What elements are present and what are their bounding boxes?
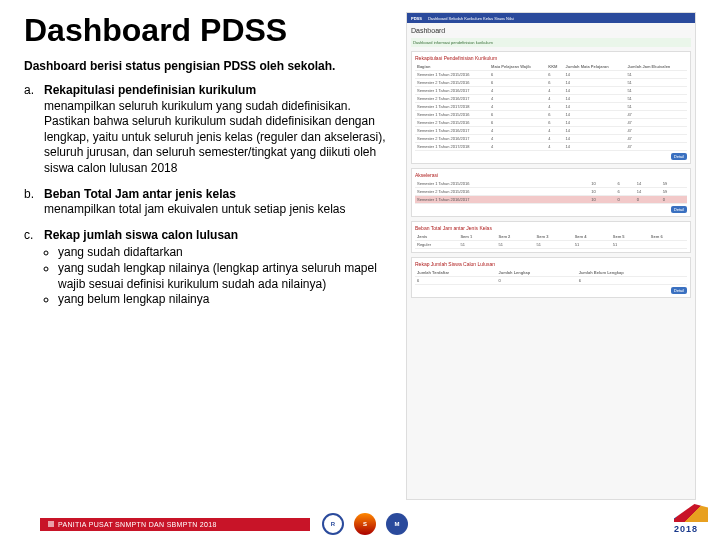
footer-logos: R S M xyxy=(322,513,408,535)
bullet-item: yang sudah lengkap nilainya (lengkap art… xyxy=(58,261,394,292)
table-cell: 0 xyxy=(635,196,661,204)
detail-button[interactable]: Detail xyxy=(671,153,687,160)
list-item: b.Beban Total Jam antar jenis kelasmenam… xyxy=(24,187,394,218)
item-letter: c. xyxy=(24,228,44,308)
table-header: Sem 2 xyxy=(497,233,535,241)
table-cell: 6 xyxy=(489,119,546,127)
table-cell: 4 xyxy=(489,127,546,135)
table-cell: 0 xyxy=(661,196,687,204)
table-header: Jumlah Terdaftar xyxy=(415,269,497,277)
item-body: Rekapitulasi pendefinisian kurikulummena… xyxy=(44,83,394,177)
table-header: Sem 4 xyxy=(573,233,611,241)
table-row: Semester 1 Tahun 2016/2017441451 xyxy=(415,87,687,95)
table-cell: 14 xyxy=(564,79,626,87)
table-cell: 4 xyxy=(546,103,563,111)
table-cell: 6 xyxy=(546,119,563,127)
table-cell: 51 xyxy=(535,241,573,249)
dashboard-card: Beban Total Jam antar Jenis KelasJenisSe… xyxy=(411,221,691,253)
table-cell: Reguler xyxy=(415,241,458,249)
table-cell: 10 xyxy=(589,180,615,188)
dashboard-card: Rekapitulasi Pendefinisian KurikulumBagi… xyxy=(411,51,691,164)
data-table: JenisSem 1Sem 2Sem 3Sem 4Sem 5Sem 6Regul… xyxy=(415,233,687,249)
detail-button[interactable]: Detail xyxy=(671,206,687,213)
table-cell: 47 xyxy=(625,143,687,151)
table-cell: Semester 1 Tahun 2016/2017 xyxy=(415,127,489,135)
table-row: Semester 1 Tahun 2015/2016661447 xyxy=(415,111,687,119)
table-cell: 47 xyxy=(625,119,687,127)
table-cell: 14 xyxy=(564,71,626,79)
data-table: BagianMata Pelajaran WajibKKMJumlah Mata… xyxy=(415,63,687,151)
table-cell: 4 xyxy=(489,95,546,103)
table-row: Semester 2 Tahun 2016/2017441451 xyxy=(415,95,687,103)
table-row: Reguler5151515151 xyxy=(415,241,687,249)
table-cell: 4 xyxy=(546,87,563,95)
dashboard-card: AkselerasiSemester 1 Tahun 2015/20161061… xyxy=(411,168,691,217)
bullet-item: yang sudah didaftarkan xyxy=(58,245,394,261)
table-cell: 47 xyxy=(625,127,687,135)
item-title: Beban Total Jam antar jenis kelas xyxy=(44,187,236,201)
table-cell: 4 xyxy=(489,103,546,111)
table-header: Sem 1 xyxy=(458,233,496,241)
item-body: Rekap jumlah siswa calon lulusanyang sud… xyxy=(44,228,394,308)
table-cell: Semester 2 Tahun 2015/2016 xyxy=(415,79,489,87)
table-header: Sem 6 xyxy=(649,233,687,241)
table-cell: 51 xyxy=(497,241,535,249)
table-cell: 6 xyxy=(489,71,546,79)
table-cell: Semester 1 Tahun 2016/2017 xyxy=(415,87,489,95)
table-cell: 6 xyxy=(489,79,546,87)
table-cell: 14 xyxy=(564,87,626,95)
table-cell: 6 xyxy=(546,71,563,79)
table-cell: 0 xyxy=(615,196,634,204)
detail-button[interactable]: Detail xyxy=(671,287,687,294)
table-cell: Semester 1 Tahun 2015/2016 xyxy=(415,180,589,188)
card-title: Beban Total Jam antar Jenis Kelas xyxy=(415,225,687,231)
data-table: Semester 1 Tahun 2015/20161061459Semeste… xyxy=(415,180,687,204)
bullet-item: yang belum lengkap nilainya xyxy=(58,292,394,308)
table-cell: Semester 1 Tahun 2017/2018 xyxy=(415,143,489,151)
item-letter: a. xyxy=(24,83,44,177)
table-cell: 14 xyxy=(564,135,626,143)
table-cell: 51 xyxy=(625,87,687,95)
table-cell: 6 xyxy=(615,188,634,196)
table-cell: Semester 2 Tahun 2015/2016 xyxy=(415,119,489,127)
app-screenshot: PDSS Dashboard Sekolah Kurikulum Kelas S… xyxy=(406,12,696,500)
table-row: 606 xyxy=(415,277,687,285)
card-title: Rekap Jumlah Siswa Calon Lulusan xyxy=(415,261,687,267)
table-cell: Semester 2 Tahun 2016/2017 xyxy=(415,95,489,103)
table-cell: 14 xyxy=(635,188,661,196)
table-cell: 10 xyxy=(589,188,615,196)
list-item: a.Rekapitulasi pendefinisian kurikulumme… xyxy=(24,83,394,177)
table-row: Semester 2 Tahun 2015/2016661451 xyxy=(415,79,687,87)
item-desc: menampilkan seluruh kurikulum yang sudah… xyxy=(44,99,394,177)
app-nav: PDSS Dashboard Sekolah Kurikulum Kelas S… xyxy=(407,13,695,23)
table-cell: 51 xyxy=(625,103,687,111)
table-cell: 51 xyxy=(625,95,687,103)
list-item: c.Rekap jumlah siswa calon lulusanyang s… xyxy=(24,228,394,308)
table-header: Sem 5 xyxy=(611,233,649,241)
logo-sbmptn: S xyxy=(354,513,376,535)
table-cell: 4 xyxy=(489,87,546,95)
table-header: Jumlah Lengkap xyxy=(497,269,577,277)
table-cell: 4 xyxy=(489,135,546,143)
table-cell: 51 xyxy=(458,241,496,249)
items-list: a.Rekapitulasi pendefinisian kurikulumme… xyxy=(24,83,394,308)
table-cell: 59 xyxy=(661,188,687,196)
logo-ristekdikti: R xyxy=(322,513,344,535)
table-cell: 59 xyxy=(661,180,687,188)
table-row: Semester 2 Tahun 2015/2016661447 xyxy=(415,119,687,127)
table-cell: 14 xyxy=(564,127,626,135)
table-cell: 6 xyxy=(546,79,563,87)
card-title: Akselerasi xyxy=(415,172,687,178)
intro-text: Dashboard berisi status pengisian PDSS o… xyxy=(24,59,394,73)
item-letter: b. xyxy=(24,187,44,218)
table-cell: 4 xyxy=(546,127,563,135)
table-cell: 6 xyxy=(577,277,687,285)
table-cell: 51 xyxy=(573,241,611,249)
table-header: KKM xyxy=(546,63,563,71)
table-cell: 6 xyxy=(489,111,546,119)
table-row: Semester 1 Tahun 2015/2016661451 xyxy=(415,71,687,79)
table-cell: 47 xyxy=(625,111,687,119)
table-row: Semester 1 Tahun 2016/2017441447 xyxy=(415,127,687,135)
table-cell: Semester 1 Tahun 2017/2018 xyxy=(415,103,489,111)
swoosh-icon xyxy=(674,504,708,522)
